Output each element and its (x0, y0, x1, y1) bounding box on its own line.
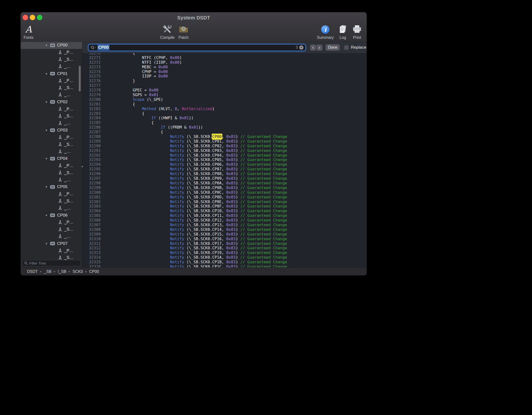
tree-item-_p[interactable]: _P… (21, 191, 82, 198)
tree-item-_[interactable]: _… (21, 176, 82, 183)
log-button[interactable]: Log (335, 24, 351, 40)
breadcrumb-item[interactable]: _SB (44, 269, 51, 274)
tree-item-_p[interactable]: _P… (21, 77, 82, 84)
code-token: (\_SB.SCK0.CP06, (184, 162, 226, 167)
tree-item-_p[interactable]: _P… (21, 105, 82, 113)
code-line: 32271 NTFC (CPHP, 0x00) (82, 56, 367, 60)
breadcrumb-item[interactable]: DSDT (27, 269, 38, 274)
tree-item-_s[interactable]: _S… (21, 198, 82, 205)
tree-item-_p[interactable]: _P… (21, 134, 82, 141)
code-line: 32308 Notify (\_SB.SCK0.CP14, 0x83) // G… (82, 227, 367, 232)
tree-item-cp01[interactable]: ▼CP01 (21, 70, 82, 77)
code-line: 32300 Notify (\_SB.SCK0.CP0C, 0x83) // G… (82, 190, 367, 195)
code-text: Notify (\_SB.SCK0.CP08, 0x83) // Guarant… (101, 172, 287, 176)
tree-item-_s[interactable]: _S… (21, 141, 82, 148)
tree-item-_[interactable]: _… (21, 120, 82, 127)
patch-button[interactable]: ⚙ Patch (176, 24, 191, 40)
tree-item-_[interactable]: _… (21, 205, 82, 212)
tree-item-_s[interactable]: _S… (21, 84, 82, 91)
replace-checkbox[interactable] (344, 45, 349, 50)
tree-item-_[interactable]: _… (21, 233, 82, 240)
scope-icon (50, 100, 55, 104)
gear-icon: ⚙ (178, 25, 189, 32)
tree-item-_[interactable]: _… (21, 148, 82, 155)
line-number: 32276 (82, 79, 101, 83)
tree-item-cp05[interactable]: ▼CP05 (21, 183, 82, 191)
breadcrumb-item[interactable]: \_SB (58, 269, 66, 274)
code-text: Notify (\_SB.SCK0.CP06, 0x83) // Guarant… (101, 162, 287, 167)
code-token: (\_SB.SCK0.CP1A, (184, 255, 226, 260)
tree-item-cp02[interactable]: ▼CP02 (21, 98, 82, 105)
code-line: 32281 { (82, 102, 367, 107)
code-token: Notify (170, 199, 184, 204)
code-token: ) (236, 222, 240, 227)
tree-item-cp00[interactable]: ▼CP00 (21, 42, 82, 49)
search-field[interactable]: CP00 3 ✕ (88, 44, 306, 51)
find-next-button[interactable]: › (316, 44, 322, 51)
code-text: Notify (\_SB.SCK0.CP0B, 0x83) // Guarant… (101, 186, 287, 190)
code-token: (\_SB.SCK0.CP19, (184, 250, 226, 255)
filter-tree-field[interactable]: Filter Tree (22, 260, 81, 266)
code-text: NTFI (IIOP, 0x00) (101, 60, 182, 65)
code-token: Notify (170, 185, 184, 190)
print-button[interactable]: Print (349, 24, 365, 40)
print-printer-icon (352, 24, 362, 35)
tree-item-cp03[interactable]: ▼CP03 (21, 127, 82, 134)
disclosure-triangle-icon[interactable]: ▼ (45, 101, 48, 104)
disclosure-triangle-icon[interactable]: ▼ (45, 157, 48, 160)
tree-item-cp04[interactable]: ▼CP04 (21, 155, 82, 162)
disclosure-triangle-icon[interactable]: ▼ (45, 44, 48, 47)
code-line: 32292 Notify (\_SB.SCK0.CP04, 0x83) // G… (82, 153, 367, 158)
clear-search-button[interactable]: ✕ (299, 45, 303, 50)
disclosure-triangle-icon[interactable]: ▼ (45, 185, 48, 188)
code-line: 32276 } (82, 79, 367, 83)
scope-icon (50, 241, 55, 246)
code-token: 0x83 (226, 241, 236, 246)
breadcrumb-item[interactable]: CP00 (89, 269, 99, 274)
tree-item-_p[interactable]: _P… (21, 247, 82, 254)
code-token: If (161, 125, 165, 130)
tree-item-_s[interactable]: _S… (21, 169, 82, 176)
code-token: ) (236, 255, 240, 260)
disclosure-triangle-icon[interactable]: ▼ (45, 242, 48, 245)
code-token: Notify (170, 208, 184, 213)
disclosure-triangle-icon[interactable]: ▼ (45, 214, 48, 217)
tree-item-_p[interactable]: _P… (21, 219, 82, 226)
tree-item-_[interactable]: _… (21, 63, 82, 70)
code-text: { (101, 130, 163, 134)
disclosure-triangle-icon[interactable]: ▼ (45, 72, 48, 75)
code-line: 32299 Notify (\_SB.SCK0.CP0B, 0x83) // G… (82, 186, 367, 190)
title-bar[interactable]: System DSDT (21, 12, 367, 23)
find-previous-button[interactable]: ‹ (310, 44, 316, 51)
code-line: 32286 If ((PRBM & 0x01)) (82, 125, 367, 130)
breadcrumb-item[interactable]: SCK0 (73, 269, 83, 274)
code-token: ) (236, 139, 240, 144)
tree-item-_s[interactable]: _S… (21, 113, 82, 120)
disclosure-triangle-icon[interactable]: ▼ (45, 129, 48, 132)
code-token: ) (236, 153, 240, 158)
search-input[interactable]: CP00 (97, 45, 110, 50)
code-token: { (142, 111, 144, 116)
done-button[interactable]: Done (326, 44, 340, 51)
tree-item-cp06[interactable]: ▼CP06 (21, 212, 82, 219)
code-token: (\_SB.SCK0. (184, 134, 212, 139)
compass-icon (58, 234, 62, 239)
tree-item-_p[interactable]: _P… (21, 49, 82, 56)
code-token: } (133, 78, 135, 83)
tree-item-_p[interactable]: _P… (21, 162, 82, 169)
code-token: ) (179, 55, 182, 60)
code-token: Notify (170, 241, 184, 246)
code-token: 0x83 (226, 218, 236, 222)
compile-button[interactable]: Compile (159, 24, 175, 40)
code-line: 32316 Notify (\_SB.SCK0.CP1C, 0x83) // G… (82, 265, 367, 267)
code-token: { (133, 53, 135, 55)
summary-button[interactable]: i Summary (317, 24, 333, 40)
tree-item-_s[interactable]: _S… (21, 56, 82, 63)
tree-item-cp07[interactable]: ▼CP07 (21, 240, 82, 247)
code-token: ) (212, 106, 215, 111)
tree-item-_[interactable]: _… (21, 91, 82, 99)
tree-item-_s[interactable]: _S… (21, 226, 82, 233)
fonts-button[interactable]: A Fonts (21, 24, 36, 40)
code-editor[interactable]: 32270 {32271 NTFC (CPHP, 0x00)32272 NTFI… (82, 53, 367, 267)
sidebar-scrollbar-thumb[interactable] (79, 66, 81, 91)
